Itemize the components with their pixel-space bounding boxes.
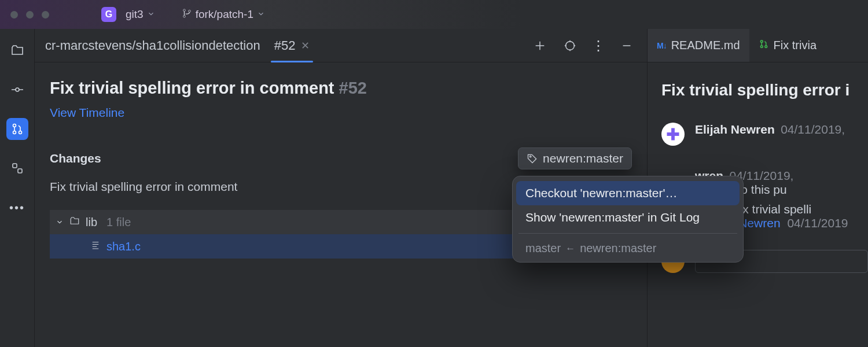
- svg-point-13: [764, 46, 767, 48]
- tag-icon: [527, 153, 538, 164]
- project-name: git3: [126, 8, 144, 21]
- sidebar-more-icon[interactable]: •••: [6, 197, 28, 219]
- folder-icon: [69, 216, 80, 229]
- tab-pr-detail[interactable]: Fix trivia: [749, 29, 826, 62]
- svg-point-11: [760, 40, 763, 43]
- svg-point-4: [13, 124, 16, 127]
- close-icon[interactable]: ✕: [301, 39, 310, 52]
- detail-title: Fix trivial spelling error i: [661, 81, 868, 99]
- pr-number: #52: [339, 79, 367, 97]
- svg-point-3: [16, 88, 19, 91]
- pull-request-icon: [759, 39, 769, 52]
- separator: [518, 233, 737, 234]
- avatar: [661, 123, 685, 146]
- traffic-close-icon[interactable]: [10, 11, 18, 19]
- branch-chip[interactable]: newren:master: [518, 147, 632, 169]
- svg-point-6: [19, 131, 21, 134]
- folder-file-count: 1 file: [106, 216, 131, 229]
- svg-point-0: [183, 9, 185, 11]
- chevron-down-icon: [147, 8, 155, 21]
- svg-point-1: [183, 15, 185, 17]
- chevron-down-icon: [257, 8, 265, 21]
- main-panel: cr-marcstevens/sha1collisiondetection #5…: [35, 29, 647, 347]
- svg-point-12: [760, 46, 763, 48]
- titlebar: G git3 fork/patch-1: [0, 0, 868, 29]
- add-button[interactable]: [530, 36, 550, 56]
- arrow-left-icon: ←: [565, 243, 575, 254]
- tab-bar: cr-marcstevens/sha1collisiondetection #5…: [35, 29, 647, 62]
- file-name: sha1.c: [106, 240, 141, 253]
- pr-title: Fix trivial spelling error in comment #5…: [50, 79, 632, 98]
- target-icon[interactable]: [560, 36, 580, 56]
- timeline-event: Elijah Newren 04/11/2019,: [661, 123, 868, 146]
- tool-sidebar: •••: [0, 29, 35, 347]
- ctx-checkout[interactable]: Checkout 'newren:master'…: [516, 181, 740, 205]
- branch-context-menu: Checkout 'newren:master'… Show 'newren:m…: [512, 176, 744, 263]
- ctx-show-in-log[interactable]: Show 'newren:master' in Git Log: [516, 205, 740, 230]
- folder-name: lib: [86, 216, 97, 229]
- branch-name: fork/patch-1: [196, 8, 253, 21]
- sidebar-widgets-icon[interactable]: [6, 157, 28, 179]
- detail-tab-bar: M↓ README.md Fix trivia: [648, 29, 868, 62]
- chevron-down-icon: [56, 216, 64, 229]
- minimize-panel-icon[interactable]: [617, 36, 637, 56]
- sidebar-commit-icon[interactable]: [6, 79, 28, 101]
- breadcrumb[interactable]: cr-marcstevens/sha1collisiondetection: [45, 38, 260, 53]
- tab-readme[interactable]: M↓ README.md: [648, 29, 749, 62]
- svg-rect-8: [18, 169, 22, 173]
- branch-chip-label: newren:master: [543, 152, 623, 165]
- markdown-icon: M↓: [657, 41, 667, 50]
- ctx-footer: master ← newren:master: [516, 237, 740, 256]
- view-timeline-link[interactable]: View Timeline: [50, 106, 632, 120]
- traffic-min-icon[interactable]: [26, 11, 34, 19]
- window-controls: [10, 11, 49, 19]
- svg-point-5: [13, 131, 16, 134]
- project-badge-icon: G: [101, 7, 116, 22]
- tab-pr[interactable]: #52 ✕: [271, 29, 314, 62]
- traffic-max-icon[interactable]: [42, 11, 49, 19]
- svg-point-2: [188, 10, 190, 12]
- event-date: 04/11/2019,: [781, 123, 845, 136]
- sidebar-pull-request-icon[interactable]: [6, 118, 28, 140]
- branch-icon: [182, 8, 192, 21]
- event-author: Elijah Newren: [695, 123, 775, 136]
- sidebar-project-icon[interactable]: [6, 39, 28, 61]
- changes-label: Changes: [50, 152, 101, 165]
- svg-point-10: [530, 156, 532, 157]
- kebab-menu-icon[interactable]: ⋮: [590, 38, 606, 54]
- svg-rect-7: [13, 164, 17, 168]
- branch-switcher[interactable]: fork/patch-1: [177, 6, 270, 24]
- tab-label: #52: [274, 38, 296, 53]
- svg-point-9: [566, 41, 575, 50]
- project-switcher[interactable]: git3: [121, 6, 160, 23]
- file-icon: [90, 240, 101, 253]
